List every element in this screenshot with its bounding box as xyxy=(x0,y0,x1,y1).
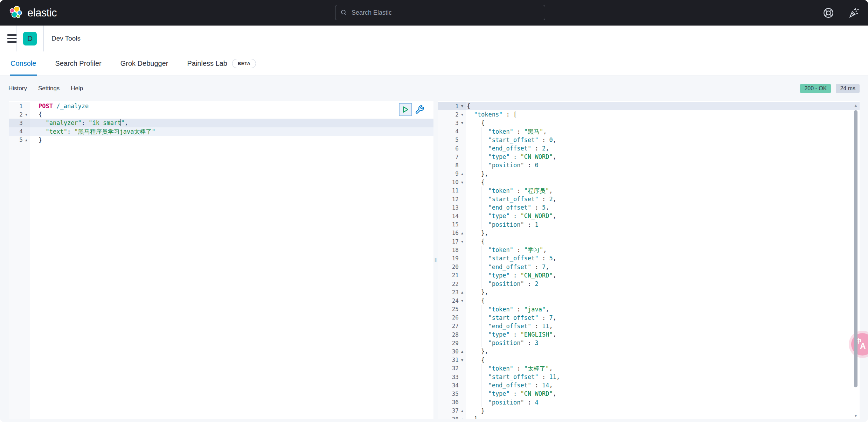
code-line: { xyxy=(466,237,860,246)
code-line: "type" : "ENGLISH", xyxy=(466,330,860,339)
code-line: "start_offset" : 11, xyxy=(466,373,860,381)
fold-toggle-icon[interactable]: ▾ xyxy=(459,296,466,305)
gutter-line-number: 38▴ xyxy=(438,415,466,419)
gutter-line-number: 31▾ xyxy=(438,356,466,364)
code-line: "end_offset" : 11, xyxy=(466,322,860,330)
gutter-line-number: 7 xyxy=(438,153,466,161)
header-breadcrumb-row: D Dev Tools xyxy=(0,26,868,51)
response-editor-gutter: 1▾2▾3▾456789▴10▾111213141516▴17▾18192021… xyxy=(438,102,466,419)
menu-toggle-button[interactable] xyxy=(0,26,16,51)
gutter-line-number: 33 xyxy=(438,373,466,381)
response-time-badge: 24 ms xyxy=(836,84,860,93)
app-window: elastic xyxy=(0,0,868,422)
gutter-line-number: 15 xyxy=(438,220,466,229)
code-line: } xyxy=(466,407,860,415)
send-request-button[interactable] xyxy=(399,103,412,116)
fold-toggle-icon[interactable]: ▾ xyxy=(459,102,466,110)
response-scrollbar[interactable]: ▲ ▼ xyxy=(853,103,859,418)
fold-toggle-icon[interactable]: ▾ xyxy=(459,237,466,246)
gutter-line-number: 22 xyxy=(438,280,466,288)
code-line: "start_offset" : 2, xyxy=(466,195,860,203)
code-line: "end_offset" : 7, xyxy=(466,263,860,271)
gutter-line-number: 28 xyxy=(438,330,466,339)
code-line: "position" : 4 xyxy=(466,398,860,407)
fold-toggle-icon[interactable]: ▴ xyxy=(459,229,466,237)
gutter-line-number: 12 xyxy=(438,195,466,203)
gutter-line-number: 29 xyxy=(438,339,466,347)
fold-toggle-icon[interactable]: ▴ xyxy=(459,415,466,419)
fold-toggle-icon[interactable]: ▾ xyxy=(23,110,30,119)
topbar-actions xyxy=(820,0,862,26)
settings-menu-item[interactable]: Settings xyxy=(38,85,60,92)
panel-resize-handle[interactable]: ‖ xyxy=(433,101,438,419)
tab-search-profiler[interactable]: Search Profiler xyxy=(54,51,102,76)
newsfeed-party-popper-button[interactable] xyxy=(846,5,862,21)
gutter-line-number: 37▴ xyxy=(438,407,466,415)
gutter-line-number: 2▾ xyxy=(9,110,30,119)
code-line: "analyzer": "ik_smart", xyxy=(30,119,433,127)
elastic-home-link[interactable]: elastic xyxy=(0,6,57,20)
gutter-line-number: 36 xyxy=(438,398,466,407)
search-icon xyxy=(340,9,347,16)
fold-toggle-icon[interactable]: ▴ xyxy=(23,136,30,144)
tab-painless-lab[interactable]: Painless Lab BETA xyxy=(186,51,257,76)
code-line: "token" : "太棒了", xyxy=(466,364,860,373)
code-line: "position" : 0 xyxy=(466,161,860,169)
gutter-line-number: 4 xyxy=(9,127,30,136)
console-area: History Settings Help 200 - OK 24 ms 12▾… xyxy=(0,76,868,422)
breadcrumb: Dev Tools xyxy=(51,35,81,42)
translate-en-glyph: A xyxy=(860,342,866,351)
code-line: "start_offset" : 7, xyxy=(466,314,860,322)
fold-toggle-icon[interactable]: ▴ xyxy=(459,347,466,356)
code-line: "type" : "CN_WORD", xyxy=(466,389,860,398)
code-line: "token" : "程序员", xyxy=(466,187,860,195)
code-line: }, xyxy=(466,347,860,356)
tab-grok-debugger[interactable]: Grok Debugger xyxy=(120,51,169,76)
code-line: "token" : "黑马", xyxy=(466,127,860,136)
gutter-line-number: 26 xyxy=(438,314,466,322)
gutter-line-number: 6 xyxy=(438,144,466,153)
search-input[interactable] xyxy=(351,9,540,17)
space-avatar[interactable]: D xyxy=(23,32,37,45)
response-status-badges: 200 - OK 24 ms xyxy=(800,84,860,93)
scrollbar-thumb[interactable] xyxy=(854,110,857,387)
fold-toggle-icon[interactable]: ▴ xyxy=(459,288,466,296)
console-menu-row: History Settings Help 200 - OK 24 ms xyxy=(0,76,868,101)
gutter-line-number: 23▴ xyxy=(438,288,466,296)
gutter-line-number: 19 xyxy=(438,254,466,262)
code-line: { xyxy=(466,178,860,187)
gutter-line-number: 4 xyxy=(438,127,466,136)
gutter-line-number: 5▴ xyxy=(9,136,30,144)
request-editor[interactable]: 12▾345▴ POST /_analyze{ "analyzer": "ik_… xyxy=(9,101,433,419)
fold-toggle-icon[interactable]: ▴ xyxy=(459,170,466,178)
help-lifebuoy-button[interactable] xyxy=(820,5,836,21)
code-line: }, xyxy=(466,288,860,296)
gutter-line-number: 32 xyxy=(438,364,466,373)
global-search-box[interactable] xyxy=(335,5,545,20)
fold-toggle-icon[interactable]: ▾ xyxy=(459,356,466,364)
response-editor[interactable]: 1▾2▾3▾456789▴10▾111213141516▴17▾18192021… xyxy=(438,101,860,419)
gutter-line-number: 27 xyxy=(438,322,466,330)
fold-toggle-icon[interactable]: ▾ xyxy=(459,178,466,187)
gutter-line-number: 13 xyxy=(438,203,466,212)
scroll-down-arrow-icon[interactable]: ▼ xyxy=(853,414,859,418)
fold-toggle-icon[interactable]: ▾ xyxy=(459,119,466,127)
request-options-wrench-button[interactable] xyxy=(415,105,424,114)
fold-toggle-icon[interactable]: ▴ xyxy=(459,407,466,415)
history-menu-item[interactable]: History xyxy=(8,85,27,92)
tab-console[interactable]: Console xyxy=(10,51,37,76)
gutter-line-number: 5 xyxy=(438,136,466,144)
header-divider xyxy=(43,26,44,51)
gutter-line-number: 3▾ xyxy=(438,119,466,127)
code-line: } xyxy=(30,136,433,144)
scroll-up-arrow-icon[interactable]: ▲ xyxy=(853,103,859,107)
help-menu-item[interactable]: Help xyxy=(71,85,83,92)
gutter-line-number: 25 xyxy=(438,305,466,314)
request-editor-code: POST /_analyze{ "analyzer": "ik_smart", … xyxy=(30,102,433,419)
code-line: ] xyxy=(466,415,860,419)
request-actions xyxy=(399,103,424,116)
code-line: POST /_analyze xyxy=(30,102,433,110)
code-line: { xyxy=(30,110,433,119)
fold-toggle-icon[interactable]: ▾ xyxy=(459,110,466,119)
header-divider xyxy=(16,26,16,51)
